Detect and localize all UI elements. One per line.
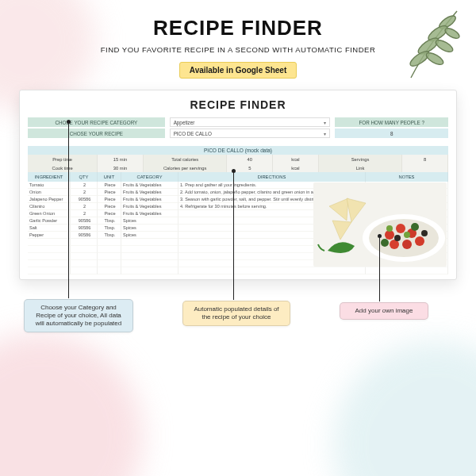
totcal-label: Total calories bbox=[144, 155, 228, 163]
category-label: CHOSE YOUR RECIPE CATEGORY bbox=[28, 117, 165, 127]
link-label: Link bbox=[319, 163, 403, 172]
svg-point-11 bbox=[396, 224, 405, 233]
recipe-image[interactable] bbox=[313, 182, 447, 267]
svg-point-21 bbox=[386, 225, 393, 232]
col-category: CATEGORY bbox=[121, 172, 178, 182]
people-label: FOR HOW MANY PEOPLE ? bbox=[335, 117, 448, 127]
totcal-value: 40 bbox=[227, 155, 273, 163]
totcal-unit: kcal bbox=[273, 155, 319, 163]
chevron-down-icon: ▾ bbox=[324, 120, 326, 125]
table-body: Tomato2PieceFruits & Vegetables1. Prep a… bbox=[28, 182, 448, 274]
category-value: Appetizer bbox=[174, 120, 195, 125]
svg-point-13 bbox=[415, 236, 424, 246]
callout-mid: Automatic populated details of the recip… bbox=[182, 301, 290, 326]
recipe-label: CHOSE YOUR RECIPE bbox=[28, 129, 165, 138]
svg-point-17 bbox=[411, 223, 419, 231]
recipe-dropdown[interactable]: PICO DE CALLO ▾ bbox=[170, 129, 331, 138]
callout-right: Add your own image bbox=[340, 302, 428, 320]
col-qty: QTY bbox=[71, 172, 98, 182]
cook-label: Cook time bbox=[28, 163, 98, 172]
page-subtitle: FIND YOU FAVORITE RECIPE IN A SECOND WIT… bbox=[0, 45, 476, 54]
table-header: INGREDIENT QTY UNIT CATEGORY DIRECTIONS … bbox=[28, 172, 448, 182]
svg-point-19 bbox=[394, 235, 401, 241]
servings-value: 8 bbox=[402, 155, 448, 163]
perserv-label: Calories per servings bbox=[144, 163, 228, 172]
recipe-value: PICO DE CALLO bbox=[174, 131, 212, 136]
spreadsheet-panel: RECIPE FINDER CHOSE YOUR RECIPE CATEGORY… bbox=[19, 90, 457, 280]
cook-value: 30 min bbox=[98, 163, 144, 172]
servings-label: Servings bbox=[319, 155, 403, 163]
chevron-down-icon: ▾ bbox=[324, 131, 326, 136]
availability-badge: Available in Google Sheet bbox=[179, 62, 297, 79]
table-row bbox=[28, 267, 448, 274]
svg-point-20 bbox=[404, 232, 410, 238]
svg-point-18 bbox=[421, 230, 428, 236]
prep-label: Prep time bbox=[28, 155, 98, 163]
col-directions: DIRECTIONS bbox=[178, 172, 366, 182]
svg-point-16 bbox=[381, 239, 389, 247]
callout-left: Choose your Category and Recipe of your … bbox=[24, 299, 133, 332]
category-dropdown[interactable]: Appetizer ▾ bbox=[170, 117, 331, 127]
page-title: RECIPE FINDER bbox=[0, 16, 476, 40]
svg-point-14 bbox=[402, 240, 412, 249]
recipe-name-bar: PICO DE CALLO (mock data) bbox=[28, 146, 448, 155]
prep-value: 15 min bbox=[98, 155, 144, 163]
people-value[interactable]: 8 bbox=[335, 129, 448, 138]
col-ingredient: INGREDIENT bbox=[28, 172, 71, 182]
link-cell bbox=[402, 163, 448, 172]
col-unit: UNIT bbox=[98, 172, 121, 182]
panel-title: RECIPE FINDER bbox=[28, 98, 448, 111]
perserv-unit: kcal bbox=[273, 163, 319, 172]
col-notes: NOTES bbox=[366, 172, 448, 182]
